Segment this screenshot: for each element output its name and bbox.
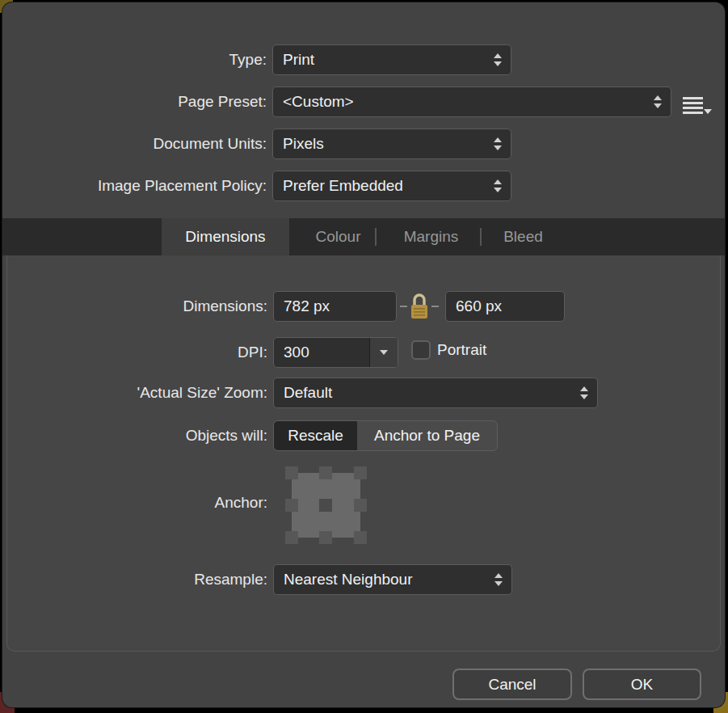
- document-setup-dialog: Type: Print Page Preset: <Custom> Docume…: [2, 2, 725, 707]
- cancel-button[interactable]: Cancel: [452, 669, 572, 700]
- anchor-handle-top-right[interactable]: [354, 466, 367, 479]
- width-field-value: 782 px: [284, 297, 330, 315]
- portrait-label: Portrait: [437, 340, 486, 360]
- height-field-value: 660 px: [456, 297, 502, 315]
- height-field[interactable]: 660 px: [445, 291, 565, 322]
- image-placement-policy-label: Image Placement Policy:: [98, 171, 267, 201]
- stepper-icon: [494, 53, 502, 66]
- type-label: Type:: [229, 44, 267, 75]
- portrait-checkbox[interactable]: [411, 340, 431, 360]
- actual-size-zoom-value: Default: [284, 384, 332, 402]
- lock-icon[interactable]: [410, 291, 428, 320]
- dimensions-label: Dimensions:: [183, 291, 267, 322]
- tab-bleed[interactable]: Bleed: [485, 218, 562, 255]
- actual-size-zoom-dropdown[interactable]: Default: [273, 378, 598, 408]
- stepper-icon: [494, 573, 503, 586]
- page-preset-dropdown-value: <Custom>: [283, 93, 354, 111]
- tab-divider: [375, 228, 377, 246]
- stepper-icon: [494, 179, 502, 192]
- type-dropdown-value: Print: [283, 51, 314, 69]
- image-placement-policy-dropdown-value: Prefer Embedded: [283, 177, 403, 195]
- page-preset-label: Page Preset:: [178, 86, 267, 117]
- preset-list-menu-icon[interactable]: [683, 94, 712, 118]
- segment-rescale[interactable]: Rescale: [274, 421, 357, 450]
- lock-link-dash: [400, 306, 407, 307]
- stepper-icon: [494, 137, 502, 150]
- dpi-label: DPI:: [238, 337, 267, 368]
- resample-dropdown[interactable]: Nearest Neighbour: [273, 564, 512, 595]
- tab-divider: [480, 228, 482, 246]
- document-units-dropdown-value: Pixels: [283, 135, 324, 153]
- dropdown-arrow-icon[interactable]: [369, 338, 398, 367]
- tab-strip: Dimensions Colour Margins Bleed: [2, 218, 725, 255]
- anchor-label: Anchor:: [215, 487, 267, 518]
- type-dropdown[interactable]: Print: [272, 44, 511, 75]
- document-units-dropdown[interactable]: Pixels: [272, 129, 511, 159]
- dimensions-tab-panel: Dimensions: 782 px 660 px DPI: 300 Portr…: [6, 255, 721, 652]
- anchor-handle-bottom-right[interactable]: [354, 531, 367, 544]
- anchor-handle-bottom-left[interactable]: [285, 531, 298, 544]
- anchor-handle-middle-left[interactable]: [285, 499, 298, 512]
- document-units-label: Document Units:: [154, 129, 267, 159]
- segment-anchor-to-page[interactable]: Anchor to Page: [357, 421, 497, 450]
- anchor-selector-widget: [285, 466, 367, 544]
- dpi-combo-value: 300: [284, 344, 309, 361]
- tab-dimensions[interactable]: Dimensions: [162, 218, 289, 255]
- ok-button[interactable]: OK: [583, 669, 701, 700]
- anchor-handle-top-left[interactable]: [285, 466, 298, 479]
- stepper-icon: [580, 386, 588, 399]
- anchor-handle-center[interactable]: [319, 499, 332, 512]
- tab-colour[interactable]: Colour: [300, 218, 377, 255]
- objects-will-label: Objects will:: [186, 420, 267, 451]
- tab-margins[interactable]: Margins: [393, 218, 469, 255]
- anchor-handle-bottom-center[interactable]: [319, 531, 332, 544]
- stepper-icon: [654, 95, 662, 108]
- actual-size-zoom-label: 'Actual Size' Zoom:: [137, 378, 267, 408]
- width-field[interactable]: 782 px: [273, 291, 397, 322]
- lock-link-dash: [431, 306, 439, 307]
- anchor-handle-middle-right[interactable]: [354, 499, 367, 512]
- resample-dropdown-value: Nearest Neighbour: [284, 571, 412, 589]
- image-placement-policy-dropdown[interactable]: Prefer Embedded: [272, 171, 511, 201]
- objects-will-segmented-control: Rescale Anchor to Page: [273, 420, 498, 451]
- dpi-combo[interactable]: 300: [273, 337, 398, 368]
- anchor-handle-top-center[interactable]: [319, 466, 332, 479]
- page-preset-dropdown[interactable]: <Custom>: [272, 86, 671, 117]
- resample-label: Resample:: [194, 564, 267, 595]
